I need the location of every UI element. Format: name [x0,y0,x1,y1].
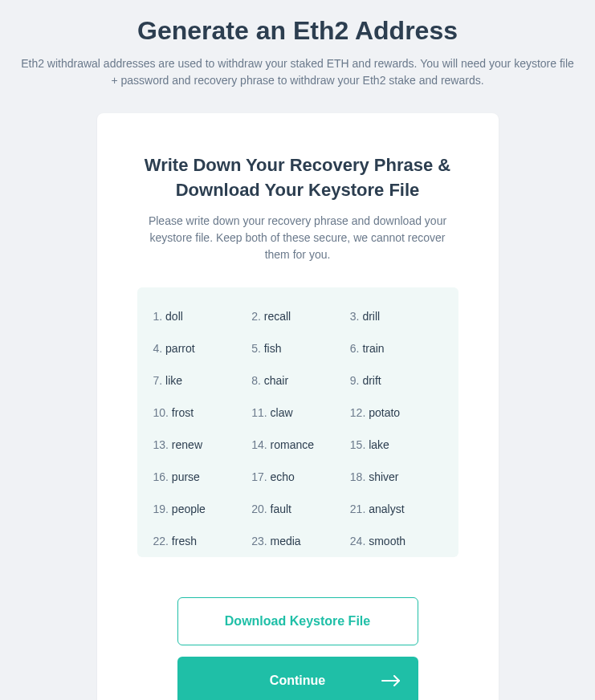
phrase-number: 15. [350,438,369,451]
phrase-word-text: potato [369,406,400,419]
phrase-word: 15. lake [350,438,442,451]
phrase-number: 20. [251,503,270,515]
phrase-word: 21. analyst [350,503,442,515]
phrase-word-text: renew [172,438,202,451]
phrase-number: 21. [350,503,369,515]
phrase-number: 14. [251,438,270,451]
recovery-phrase-grid: 1. doll2. recall3. drill4. parrot5. fish… [153,310,442,547]
phrase-word-text: drill [362,310,380,323]
phrase-word: 14. romance [251,438,344,451]
phrase-number: 7. [153,374,166,387]
continue-button[interactable]: Continue [177,657,418,700]
phrase-number: 8. [251,374,264,387]
recovery-phrase-box: 1. doll2. recall3. drill4. parrot5. fish… [137,287,458,557]
phrase-word: 24. smooth [350,535,442,547]
phrase-number: 22. [153,535,172,547]
phrase-number: 3. [350,310,363,323]
phrase-word-text: doll [165,310,183,323]
phrase-word-text: drift [362,374,381,387]
phrase-number: 24. [350,535,369,547]
phrase-word-text: purse [172,470,200,483]
phrase-word: 1. doll [153,310,246,323]
button-container: Download Keystore File Continue [137,597,458,700]
phrase-word-text: shiver [369,470,398,483]
phrase-number: 13. [153,438,172,451]
phrase-word-text: parrot [165,342,195,355]
phrase-number: 5. [251,342,264,355]
phrase-number: 17. [251,470,270,483]
phrase-word: 9. drift [350,374,442,387]
phrase-word-text: fresh [172,535,197,547]
phrase-word-text: analyst [369,503,404,515]
phrase-word: 13. renew [153,438,246,451]
phrase-number: 6. [350,342,363,355]
phrase-word-text: like [165,374,182,387]
phrase-word: 6. train [350,342,442,355]
phrase-word-text: chair [264,374,288,387]
phrase-number: 9. [350,374,363,387]
card-title: Write Down Your Recovery Phrase & Downlo… [137,153,458,203]
phrase-word-text: fish [264,342,282,355]
phrase-word-text: smooth [369,535,405,547]
download-keystore-button[interactable]: Download Keystore File [177,597,418,645]
phrase-word-text: train [362,342,384,355]
phrase-number: 12. [350,406,369,419]
phrase-word: 2. recall [251,310,344,323]
phrase-word-text: recall [264,310,291,323]
phrase-word: 10. frost [153,406,246,419]
phrase-number: 1. [153,310,166,323]
phrase-number: 16. [153,470,172,483]
phrase-word: 4. parrot [153,342,246,355]
phrase-word-text: echo [271,470,295,483]
phrase-word-text: lake [369,438,389,451]
card-description: Please write down your recovery phrase a… [137,213,458,263]
page-title: Generate an Eth2 Address [19,16,576,46]
phrase-word-text: claw [271,406,293,419]
phrase-word: 8. chair [251,374,344,387]
phrase-word: 22. fresh [153,535,246,547]
arrow-right-icon [381,675,401,686]
phrase-word-text: media [271,535,301,547]
phrase-number: 4. [153,342,166,355]
phrase-word: 23. media [251,535,344,547]
phrase-word: 20. fault [251,503,344,515]
phrase-word: 12. potato [350,406,442,419]
phrase-word: 17. echo [251,470,344,483]
phrase-word-text: frost [172,406,194,419]
phrase-word: 16. purse [153,470,246,483]
phrase-number: 10. [153,406,172,419]
phrase-number: 2. [251,310,264,323]
phrase-number: 23. [251,535,270,547]
phrase-word: 5. fish [251,342,344,355]
download-keystore-label: Download Keystore File [225,614,370,629]
phrase-word: 18. shiver [350,470,442,483]
phrase-word-text: romance [271,438,314,451]
recovery-card: Write Down Your Recovery Phrase & Downlo… [97,113,499,700]
phrase-number: 11. [251,406,270,419]
phrase-word: 7. like [153,374,246,387]
phrase-word-text: people [172,503,206,515]
phrase-word-text: fault [271,503,291,515]
phrase-number: 19. [153,503,172,515]
continue-label: Continue [270,674,325,688]
phrase-word: 19. people [153,503,246,515]
phrase-number: 18. [350,470,369,483]
phrase-word: 11. claw [251,406,344,419]
phrase-word: 3. drill [350,310,442,323]
page-subtitle: Eth2 withdrawal addresses are used to wi… [19,55,576,89]
